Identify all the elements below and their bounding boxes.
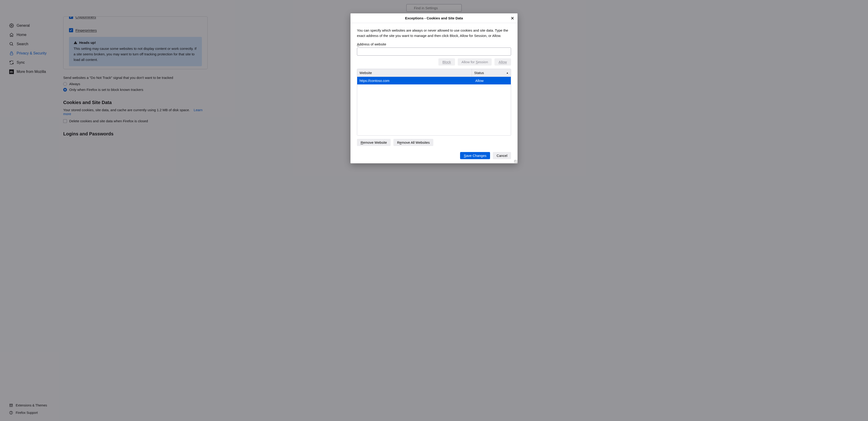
table-row[interactable]: https://contoso.com Allow [357, 77, 511, 85]
remove-website-button[interactable]: Remove Website [357, 139, 391, 146]
block-button[interactable]: Block [438, 58, 455, 66]
address-label: Address of website [357, 42, 511, 46]
exceptions-table: Website Status ▲ https://contoso.com All… [357, 69, 511, 136]
col-status[interactable]: Status ▲ [472, 69, 511, 76]
exceptions-dialog: Exceptions - Cookies and Site Data You c… [350, 13, 518, 163]
cancel-button[interactable]: Cancel [493, 152, 511, 159]
save-changes-button[interactable]: Save Changes [460, 152, 490, 159]
col-website[interactable]: Website [357, 69, 472, 76]
dialog-description: You can specify which websites are alway… [357, 28, 511, 38]
resize-handle[interactable] [514, 160, 517, 163]
modal-overlay: Exceptions - Cookies and Site Data You c… [0, 0, 868, 421]
row-status: Allow [472, 77, 511, 85]
row-site: https://contoso.com [357, 77, 472, 85]
allow-button[interactable]: Allow [494, 58, 511, 66]
sort-asc-icon: ▲ [506, 71, 508, 74]
address-input[interactable] [357, 47, 511, 56]
close-button[interactable] [510, 15, 515, 21]
remove-all-websites-button[interactable]: Remove All Websites [393, 139, 433, 146]
allow-session-button[interactable]: Allow for Session [458, 58, 492, 66]
dialog-title: Exceptions - Cookies and Site Data [405, 16, 463, 20]
